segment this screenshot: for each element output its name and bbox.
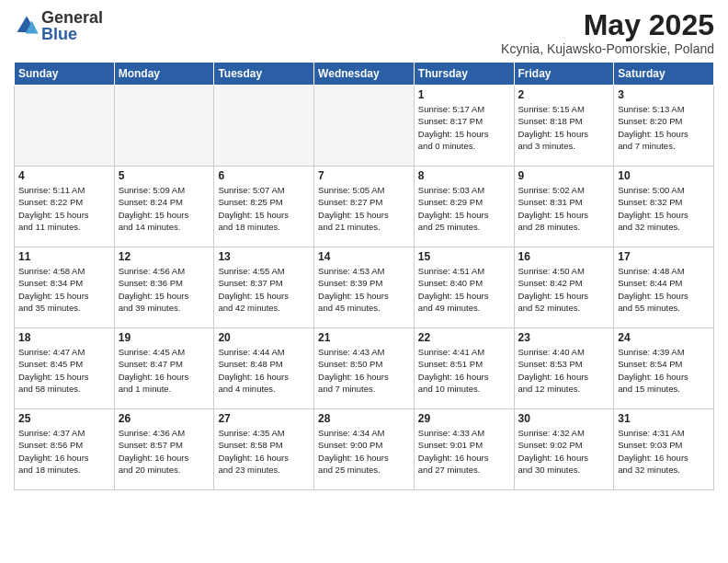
day-number: 15 xyxy=(418,250,510,263)
calendar-cell: 27Sunrise: 4:35 AM Sunset: 8:58 PM Dayli… xyxy=(214,409,314,490)
day-info: Sunrise: 4:50 AM Sunset: 8:42 PM Dayligh… xyxy=(518,265,610,314)
calendar-cell: 25Sunrise: 4:37 AM Sunset: 8:56 PM Dayli… xyxy=(15,409,115,490)
day-number: 13 xyxy=(218,250,310,263)
day-info: Sunrise: 5:09 AM Sunset: 8:24 PM Dayligh… xyxy=(119,184,210,233)
day-info: Sunrise: 4:48 AM Sunset: 8:44 PM Dayligh… xyxy=(618,265,710,314)
day-info: Sunrise: 5:13 AM Sunset: 8:20 PM Dayligh… xyxy=(618,103,710,152)
day-info: Sunrise: 4:44 AM Sunset: 8:48 PM Dayligh… xyxy=(218,346,310,395)
day-number: 14 xyxy=(318,250,410,263)
calendar-cell: 11Sunrise: 4:58 AM Sunset: 8:34 PM Dayli… xyxy=(15,247,115,328)
calendar-cell: 2Sunrise: 5:15 AM Sunset: 8:18 PM Daylig… xyxy=(514,86,614,167)
day-number: 28 xyxy=(318,412,410,425)
day-number: 26 xyxy=(119,412,210,425)
day-number: 6 xyxy=(218,169,310,182)
header-row: Sunday Monday Tuesday Wednesday Thursday… xyxy=(15,63,714,86)
header-wednesday: Wednesday xyxy=(314,63,415,86)
calendar-cell: 18Sunrise: 4:47 AM Sunset: 8:45 PM Dayli… xyxy=(15,328,115,409)
header-tuesday: Tuesday xyxy=(214,63,314,86)
logo-icon xyxy=(14,13,40,39)
calendar-cell: 22Sunrise: 4:41 AM Sunset: 8:51 PM Dayli… xyxy=(414,328,514,409)
logo-blue-text: Blue xyxy=(41,26,103,42)
calendar-cell: 16Sunrise: 4:50 AM Sunset: 8:42 PM Dayli… xyxy=(514,247,614,328)
day-info: Sunrise: 4:58 AM Sunset: 8:34 PM Dayligh… xyxy=(18,265,110,314)
day-info: Sunrise: 4:37 AM Sunset: 8:56 PM Dayligh… xyxy=(18,427,110,476)
calendar-cell: 14Sunrise: 4:53 AM Sunset: 8:39 PM Dayli… xyxy=(314,247,415,328)
calendar-cell: 31Sunrise: 4:31 AM Sunset: 9:03 PM Dayli… xyxy=(614,409,714,490)
day-info: Sunrise: 5:17 AM Sunset: 8:17 PM Dayligh… xyxy=(418,103,510,152)
calendar-cell: 9Sunrise: 5:02 AM Sunset: 8:31 PM Daylig… xyxy=(514,167,614,247)
header-thursday: Thursday xyxy=(414,63,514,86)
calendar-cell: 13Sunrise: 4:55 AM Sunset: 8:37 PM Dayli… xyxy=(214,247,314,328)
day-info: Sunrise: 5:11 AM Sunset: 8:22 PM Dayligh… xyxy=(18,184,110,233)
day-number: 10 xyxy=(618,169,710,182)
day-info: Sunrise: 4:35 AM Sunset: 8:58 PM Dayligh… xyxy=(218,427,310,476)
day-info: Sunrise: 4:43 AM Sunset: 8:50 PM Dayligh… xyxy=(318,346,410,395)
day-info: Sunrise: 4:51 AM Sunset: 8:40 PM Dayligh… xyxy=(418,265,510,314)
calendar-cell: 6Sunrise: 5:07 AM Sunset: 8:25 PM Daylig… xyxy=(214,167,314,247)
week-row-1: 4Sunrise: 5:11 AM Sunset: 8:22 PM Daylig… xyxy=(15,167,714,247)
day-info: Sunrise: 4:32 AM Sunset: 9:02 PM Dayligh… xyxy=(518,427,610,476)
calendar-cell: 10Sunrise: 5:00 AM Sunset: 8:32 PM Dayli… xyxy=(614,167,714,247)
day-number: 19 xyxy=(119,331,210,344)
day-number: 31 xyxy=(618,412,710,425)
calendar-cell xyxy=(314,86,415,167)
page: General Blue May 2025 Kcynia, Kujawsko-P… xyxy=(0,0,728,563)
calendar-subtitle: Kcynia, Kujawsko-Pomorskie, Poland xyxy=(501,41,714,56)
day-info: Sunrise: 5:00 AM Sunset: 8:32 PM Dayligh… xyxy=(618,184,710,233)
day-number: 7 xyxy=(318,169,410,182)
day-number: 21 xyxy=(318,331,410,344)
day-info: Sunrise: 4:55 AM Sunset: 8:37 PM Dayligh… xyxy=(218,265,310,314)
day-number: 1 xyxy=(418,88,510,101)
calendar-cell: 4Sunrise: 5:11 AM Sunset: 8:22 PM Daylig… xyxy=(15,167,115,247)
day-info: Sunrise: 4:31 AM Sunset: 9:03 PM Dayligh… xyxy=(618,427,710,476)
day-info: Sunrise: 4:39 AM Sunset: 8:54 PM Dayligh… xyxy=(618,346,710,395)
day-number: 24 xyxy=(618,331,710,344)
header-friday: Friday xyxy=(514,63,614,86)
calendar-table: Sunday Monday Tuesday Wednesday Thursday… xyxy=(14,62,714,490)
day-info: Sunrise: 4:34 AM Sunset: 9:00 PM Dayligh… xyxy=(318,427,410,476)
calendar-body: 1Sunrise: 5:17 AM Sunset: 8:17 PM Daylig… xyxy=(15,86,714,490)
day-info: Sunrise: 5:15 AM Sunset: 8:18 PM Dayligh… xyxy=(518,103,610,152)
day-info: Sunrise: 5:05 AM Sunset: 8:27 PM Dayligh… xyxy=(318,184,410,233)
logo: General Blue xyxy=(14,9,103,42)
calendar-cell: 19Sunrise: 4:45 AM Sunset: 8:47 PM Dayli… xyxy=(114,328,214,409)
day-number: 4 xyxy=(18,169,110,182)
calendar-cell: 28Sunrise: 4:34 AM Sunset: 9:00 PM Dayli… xyxy=(314,409,415,490)
day-info: Sunrise: 4:36 AM Sunset: 8:57 PM Dayligh… xyxy=(119,427,210,476)
day-number: 18 xyxy=(18,331,110,344)
day-number: 25 xyxy=(18,412,110,425)
day-info: Sunrise: 4:45 AM Sunset: 8:47 PM Dayligh… xyxy=(119,346,210,395)
day-info: Sunrise: 4:40 AM Sunset: 8:53 PM Dayligh… xyxy=(518,346,610,395)
calendar-cell: 1Sunrise: 5:17 AM Sunset: 8:17 PM Daylig… xyxy=(414,86,514,167)
day-number: 3 xyxy=(618,88,710,101)
calendar-cell: 12Sunrise: 4:56 AM Sunset: 8:36 PM Dayli… xyxy=(114,247,214,328)
calendar-cell: 17Sunrise: 4:48 AM Sunset: 8:44 PM Dayli… xyxy=(614,247,714,328)
day-info: Sunrise: 5:02 AM Sunset: 8:31 PM Dayligh… xyxy=(518,184,610,233)
day-number: 2 xyxy=(518,88,610,101)
title-block: May 2025 Kcynia, Kujawsko-Pomorskie, Pol… xyxy=(501,9,714,56)
day-number: 11 xyxy=(18,250,110,263)
calendar-cell: 29Sunrise: 4:33 AM Sunset: 9:01 PM Dayli… xyxy=(414,409,514,490)
day-info: Sunrise: 4:41 AM Sunset: 8:51 PM Dayligh… xyxy=(418,346,510,395)
calendar-title: May 2025 xyxy=(501,9,714,41)
calendar-cell: 21Sunrise: 4:43 AM Sunset: 8:50 PM Dayli… xyxy=(314,328,415,409)
calendar-cell xyxy=(15,86,115,167)
calendar-cell xyxy=(114,86,214,167)
week-row-3: 18Sunrise: 4:47 AM Sunset: 8:45 PM Dayli… xyxy=(15,328,714,409)
day-number: 23 xyxy=(518,331,610,344)
calendar-cell xyxy=(214,86,314,167)
calendar-cell: 7Sunrise: 5:05 AM Sunset: 8:27 PM Daylig… xyxy=(314,167,415,247)
calendar-cell: 5Sunrise: 5:09 AM Sunset: 8:24 PM Daylig… xyxy=(114,167,214,247)
day-info: Sunrise: 4:47 AM Sunset: 8:45 PM Dayligh… xyxy=(18,346,110,395)
header-saturday: Saturday xyxy=(614,63,714,86)
calendar-cell: 8Sunrise: 5:03 AM Sunset: 8:29 PM Daylig… xyxy=(414,167,514,247)
calendar-cell: 24Sunrise: 4:39 AM Sunset: 8:54 PM Dayli… xyxy=(614,328,714,409)
week-row-2: 11Sunrise: 4:58 AM Sunset: 8:34 PM Dayli… xyxy=(15,247,714,328)
day-info: Sunrise: 4:33 AM Sunset: 9:01 PM Dayligh… xyxy=(418,427,510,476)
week-row-4: 25Sunrise: 4:37 AM Sunset: 8:56 PM Dayli… xyxy=(15,409,714,490)
day-number: 12 xyxy=(119,250,210,263)
day-number: 30 xyxy=(518,412,610,425)
day-number: 5 xyxy=(119,169,210,182)
calendar-cell: 20Sunrise: 4:44 AM Sunset: 8:48 PM Dayli… xyxy=(214,328,314,409)
week-row-0: 1Sunrise: 5:17 AM Sunset: 8:17 PM Daylig… xyxy=(15,86,714,167)
